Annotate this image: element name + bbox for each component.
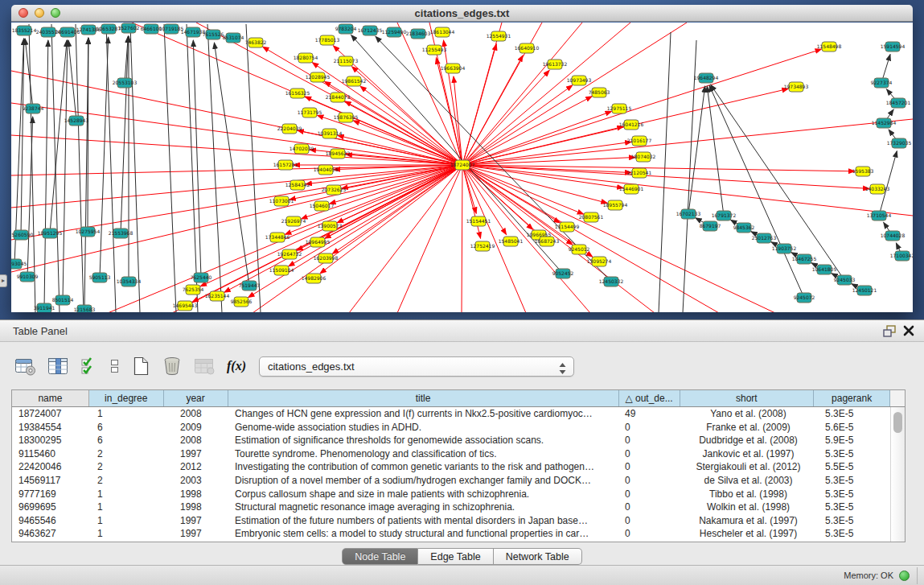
- edge-black[interactable]: [29, 24, 35, 312]
- edge-red[interactable]: [462, 165, 560, 223]
- cell-title[interactable]: Estimation of significance thresholds fo…: [228, 434, 620, 447]
- edge-red[interactable]: [462, 165, 462, 312]
- cell-title[interactable]: Changes of HCN gene expression and I(f) …: [228, 407, 620, 421]
- graph-node-teal[interactable]: 19648294: [694, 73, 719, 83]
- cell-out_degree[interactable]: 49: [620, 407, 681, 421]
- graph-node-teal[interactable]: 10641805: [812, 265, 837, 274]
- cell-name[interactable]: 9699695: [12, 501, 89, 514]
- edge-black[interactable]: [27, 117, 33, 277]
- graph-node-teal[interactable]: 20553103: [113, 78, 138, 88]
- graph-node-yellow[interactable]: 16235144: [205, 291, 230, 301]
- edge-black[interactable]: [187, 24, 198, 312]
- network-graph[interactable]: 1872400717785013182807542111507312028945…: [11, 23, 913, 312]
- memory-status-indicator[interactable]: [899, 571, 910, 581]
- graph-node-teal[interactable]: 21553968: [109, 229, 133, 238]
- graph-node-teal[interactable]: 9052452: [552, 269, 574, 278]
- cell-pagerank[interactable]: 5.3E-5: [815, 474, 892, 488]
- graph-node-teal[interactable]: 5905113: [89, 273, 111, 282]
- network-select-dropdown[interactable]: citations_edges.txt: [259, 356, 574, 377]
- edge-black[interactable]: [193, 40, 201, 278]
- graph-node-yellow[interactable]: 10391314: [318, 129, 343, 138]
- graph-node-teal[interactable]: 13710544: [867, 211, 892, 220]
- graph-node-teal[interactable]: 7615526: [203, 30, 224, 39]
- graph-node-yellow[interactable]: 21115073: [334, 56, 359, 66]
- cell-year[interactable]: 2003: [164, 474, 228, 488]
- cell-out_degree[interactable]: 0: [620, 501, 681, 514]
- cell-short[interactable]: Wolkin et al. (1998): [681, 501, 815, 514]
- cell-title[interactable]: Corpus callosum shape and size in male p…: [228, 488, 620, 501]
- cell-pagerank[interactable]: 5.6E-5: [815, 421, 892, 435]
- cell-title[interactable]: Estimation of the future numbers of pati…: [228, 514, 620, 528]
- cell-pagerank[interactable]: 5.3E-5: [815, 501, 892, 514]
- edge-black[interactable]: [68, 40, 76, 121]
- graph-node-yellow[interactable]: 11509104: [269, 266, 294, 275]
- cell-short[interactable]: de Silva et al. (2003): [681, 474, 815, 488]
- graph-node-teal[interactable]: 11903752: [772, 244, 797, 253]
- new-document-icon[interactable]: [131, 356, 150, 377]
- graph-node-yellow[interactable]: 19613732: [543, 60, 568, 69]
- graph-node-teal[interactable]: 11452984: [872, 118, 897, 128]
- graph-node-yellow[interactable]: 17344846: [265, 233, 290, 242]
- cell-name[interactable]: 18300295: [12, 434, 89, 447]
- graph-node-teal[interactable]: 15914594: [881, 42, 906, 51]
- tab-network-table[interactable]: Network Table: [494, 548, 582, 565]
- tab-edge-table[interactable]: Edge Table: [418, 548, 493, 565]
- graph-node-teal[interactable]: 12450121: [852, 286, 877, 295]
- graph-node-yellow[interactable]: 15154451: [466, 216, 491, 226]
- graph-node-teal[interactable]: 11259490: [382, 27, 407, 37]
- column-header-in_degree[interactable]: in_degree: [89, 390, 164, 406]
- cell-name[interactable]: 19384554: [12, 421, 89, 435]
- edge-red[interactable]: [462, 85, 573, 165]
- select-checks-icon[interactable]: [80, 356, 98, 376]
- edge-black[interactable]: [76, 24, 84, 312]
- edge-red[interactable]: [351, 67, 462, 165]
- cell-short[interactable]: Jankovic et al. (1997): [681, 447, 815, 461]
- cell-name[interactable]: 9777169: [12, 488, 89, 501]
- cell-in_degree[interactable]: 1: [89, 527, 164, 541]
- cell-short[interactable]: Dudbridge et al. (2008): [681, 434, 815, 447]
- cell-year[interactable]: 1997: [164, 527, 228, 541]
- graph-node-teal[interactable]: 17100342: [890, 251, 913, 261]
- table-row[interactable]: 946362711997Embryonic stem cells: a mode…: [12, 527, 905, 541]
- graph-node-teal[interactable]: 18355214: [12, 26, 37, 35]
- graph-node-yellow[interactable]: 16041216: [619, 120, 644, 130]
- edge-black[interactable]: [683, 40, 696, 312]
- graph-node-teal[interactable]: 9238744: [23, 104, 44, 113]
- graph-node-yellow[interactable]: 20807561: [579, 212, 604, 222]
- graph-node-yellow[interactable]: 18280754: [294, 53, 318, 63]
- graph-node-teal[interactable]: 21834603: [406, 29, 431, 39]
- table-column-icon[interactable]: [47, 356, 69, 376]
- cell-pagerank[interactable]: 5.5E-5: [815, 460, 892, 474]
- table-row[interactable]: 969969511998Structural magnetic resonanc…: [12, 501, 905, 514]
- cell-pagerank[interactable]: 5.3E-5: [815, 514, 892, 528]
- graph-node-yellow[interactable]: 21016177: [627, 136, 652, 146]
- graph-node-teal[interactable]: 18457201: [886, 98, 911, 108]
- zoom-window-button[interactable]: [51, 8, 60, 18]
- table-row[interactable]: 977716911998Corpus callosum shape and si…: [12, 488, 905, 501]
- cell-in_degree[interactable]: 2: [89, 460, 164, 474]
- edge-red[interactable]: [330, 165, 462, 204]
- graph-node-teal[interactable]: 18193045: [11, 259, 27, 269]
- graph-node-yellow[interactable]: 16157281: [273, 160, 298, 170]
- cell-out_degree[interactable]: 0: [620, 474, 681, 488]
- cell-out_degree[interactable]: 0: [620, 527, 681, 541]
- edge-red[interactable]: [443, 40, 462, 165]
- float-panel-icon[interactable]: [883, 325, 897, 340]
- column-header-out_degree[interactable]: △ out_de...: [619, 390, 680, 406]
- graph-node-yellow[interactable]: 19404056: [314, 165, 339, 175]
- graph-node-yellow[interactable]: 19663904: [441, 64, 466, 73]
- graph-node-yellow[interactable]: 18613044: [430, 27, 455, 37]
- cell-in_degree[interactable]: 1: [89, 514, 164, 528]
- graph-node-yellow[interactable]: 13095274: [587, 257, 612, 266]
- edge-black[interactable]: [164, 24, 176, 312]
- cell-in_degree[interactable]: 6: [89, 434, 164, 447]
- cell-in_degree[interactable]: 2: [89, 447, 164, 461]
- cell-in_degree[interactable]: 1: [89, 488, 164, 501]
- close-panel-icon[interactable]: [903, 325, 914, 340]
- table-vertical-scrollbar[interactable]: [890, 407, 905, 542]
- graph-node-yellow[interactable]: 16203998: [314, 253, 339, 263]
- cell-short[interactable]: Yano et al. (2008): [681, 407, 815, 421]
- cell-out_degree[interactable]: 0: [620, 460, 681, 474]
- cell-title[interactable]: Tourette syndrome. Phenomenology and cla…: [228, 447, 620, 461]
- edge-red[interactable]: [462, 165, 913, 216]
